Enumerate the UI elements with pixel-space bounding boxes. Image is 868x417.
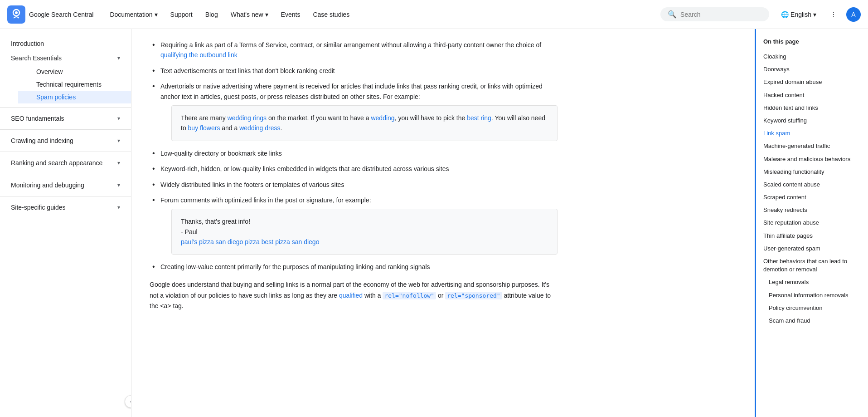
toc-legal-removals[interactable]: Legal removals — [756, 276, 868, 289]
nav-items: Documentation ▾ Support Blog What's new … — [104, 7, 653, 22]
search-icon: 🔍 — [668, 10, 677, 19]
list-item: Keyword-rich, hidden, or low-quality lin… — [150, 164, 558, 174]
toc-machine-generated[interactable]: Machine-generated traffic — [756, 140, 868, 152]
example-box-2: Thanks, that’s great info! - Paul paul's… — [171, 209, 558, 255]
nav-blog[interactable]: Blog — [200, 7, 223, 22]
expand-icon: ▾ — [117, 55, 120, 61]
logo[interactable]: Google Search Central — [7, 5, 93, 24]
sidebar-collapse-button[interactable]: ‹ — [125, 395, 131, 408]
buy-flowers-link[interactable]: buy flowers — [188, 124, 220, 132]
main-layout: Introduction Search Essentials ▾ Overvie… — [0, 29, 868, 417]
toc-malware[interactable]: Malware and malicious behaviors — [756, 153, 868, 166]
best-ring-link[interactable]: best ring — [467, 114, 491, 122]
right-sidebar-toc: On this page Cloaking Doorways Expired d… — [755, 29, 868, 417]
expand-icon: ▾ — [117, 204, 120, 211]
sidebar-item-seo-fundamentals[interactable]: SEO fundamentals ▾ — [0, 111, 131, 126]
closing-paragraph: Google does understand that buying and s… — [150, 280, 558, 312]
sidebar-item-search-essentials[interactable]: Search Essentials ▾ — [0, 51, 131, 65]
nav-documentation[interactable]: Documentation ▾ — [104, 7, 163, 22]
sidebar-item-crawling-indexing[interactable]: Crawling and indexing ▾ — [0, 133, 131, 148]
list-item: Requiring a link as part of a Terms of S… — [150, 40, 558, 60]
search-input[interactable] — [680, 11, 762, 18]
sponsored-code: rel="sponsored" — [445, 292, 502, 299]
avatar[interactable]: A — [846, 7, 861, 22]
search-essentials-sub: Overview Technical requirements Spam pol… — [0, 65, 131, 103]
toc-keyword-stuffing[interactable]: Keyword stuffing — [756, 114, 868, 127]
nav-events[interactable]: Events — [276, 7, 306, 22]
wedding-rings-link[interactable]: wedding rings — [228, 114, 267, 122]
toc-doorways[interactable]: Doorways — [756, 63, 868, 76]
main-content: Requiring a link as part of a Terms of S… — [131, 29, 755, 417]
chevron-down-icon: ▾ — [265, 11, 268, 18]
qualified-link[interactable]: qualified — [339, 292, 363, 299]
sidebar-item-ranking[interactable]: Ranking and search appearance ▾ — [0, 156, 131, 170]
top-navigation: Google Search Central Documentation ▾ Su… — [0, 0, 868, 29]
logo-icon — [7, 5, 25, 24]
wedding-dress-link[interactable]: wedding dress — [239, 124, 280, 132]
sidebar-item-spam-policies[interactable]: Spam policies — [18, 91, 131, 103]
sidebar-item-monitoring[interactable]: Monitoring and debugging ▾ — [0, 178, 131, 192]
chevron-down-icon: ▾ — [813, 11, 816, 18]
toc-scaled-content[interactable]: Scaled content abuse — [756, 178, 868, 191]
sidebar-item-introduction[interactable]: Introduction — [0, 36, 131, 51]
toc-user-generated[interactable]: User-generated spam — [756, 242, 868, 255]
list-item: Forum comments with optimized links in t… — [150, 195, 558, 255]
toc-thin-affiliate[interactable]: Thin affiliate pages — [756, 230, 868, 242]
list-item: Widely distributed links in the footers … — [150, 180, 558, 190]
more-options-button[interactable]: ⋮ — [824, 5, 843, 24]
qualifying-link[interactable]: qualifying the outbound link — [160, 51, 238, 59]
language-label: English — [790, 11, 811, 18]
toc-sneaky-redirects[interactable]: Sneaky redirects — [756, 204, 868, 216]
toc-link-spam[interactable]: Link spam — [756, 127, 868, 140]
toc-title: On this page — [756, 36, 868, 50]
list-item: Creating low-value content primarily for… — [150, 262, 558, 272]
nofollow-code: rel="nofollow" — [383, 292, 436, 299]
expand-icon: ▾ — [117, 137, 120, 144]
toc-policy-circumvention[interactable]: Policy circumvention — [756, 302, 868, 314]
pizza-link[interactable]: paul's pizza san diego pizza best pizza … — [181, 238, 319, 245]
list-item: Text advertisements or text links that d… — [150, 66, 558, 76]
search-bar[interactable]: 🔍 — [660, 7, 769, 21]
toc-scam-fraud[interactable]: Scam and fraud — [756, 314, 868, 327]
svg-point-2 — [15, 11, 18, 14]
expand-icon: ▾ — [117, 160, 120, 166]
list-item: Low-quality directory or bookmark site l… — [150, 148, 558, 158]
sidebar-item-overview[interactable]: Overview — [18, 65, 131, 78]
expand-icon: ▾ — [117, 182, 120, 188]
nav-right-controls: 🌐 English ▾ ⋮ A — [776, 5, 861, 24]
globe-icon: 🌐 — [781, 11, 789, 18]
content-body: Requiring a link as part of a Terms of S… — [150, 40, 558, 312]
toc-hidden-text[interactable]: Hidden text and links — [756, 102, 868, 114]
language-selector[interactable]: 🌐 English ▾ — [776, 8, 821, 21]
nav-support[interactable]: Support — [165, 7, 198, 22]
nav-case-studies[interactable]: Case studies — [307, 7, 355, 22]
expand-icon: ▾ — [117, 115, 120, 122]
left-sidebar: Introduction Search Essentials ▾ Overvie… — [0, 29, 131, 417]
example-box-1: There are many wedding rings on the mark… — [171, 105, 558, 141]
list-item: Advertorials or native advertising where… — [150, 81, 558, 141]
toc-misleading[interactable]: Misleading functionality — [756, 166, 868, 178]
toc-personal-info[interactable]: Personal information removals — [756, 289, 868, 302]
nav-whats-new[interactable]: What's new ▾ — [225, 7, 274, 22]
toc-hacked-content[interactable]: Hacked content — [756, 89, 868, 102]
toc-expired-domain[interactable]: Expired domain abuse — [756, 76, 868, 88]
logo-text: Google Search Central — [29, 11, 93, 18]
svg-rect-0 — [7, 5, 25, 24]
sidebar-item-technical-requirements[interactable]: Technical requirements — [18, 78, 131, 91]
wedding-link[interactable]: wedding — [371, 114, 394, 122]
sidebar-item-site-guides[interactable]: Site-specific guides ▾ — [0, 200, 131, 215]
toc-scraped[interactable]: Scraped content — [756, 191, 868, 204]
toc-site-reputation[interactable]: Site reputation abuse — [756, 216, 868, 229]
chevron-down-icon: ▾ — [155, 11, 158, 18]
bullet-list-top: Requiring a link as part of a Terms of S… — [150, 40, 558, 272]
toc-cloaking[interactable]: Cloaking — [756, 50, 868, 63]
toc-other-behaviors[interactable]: Other behaviors that can lead to demotio… — [756, 255, 868, 276]
